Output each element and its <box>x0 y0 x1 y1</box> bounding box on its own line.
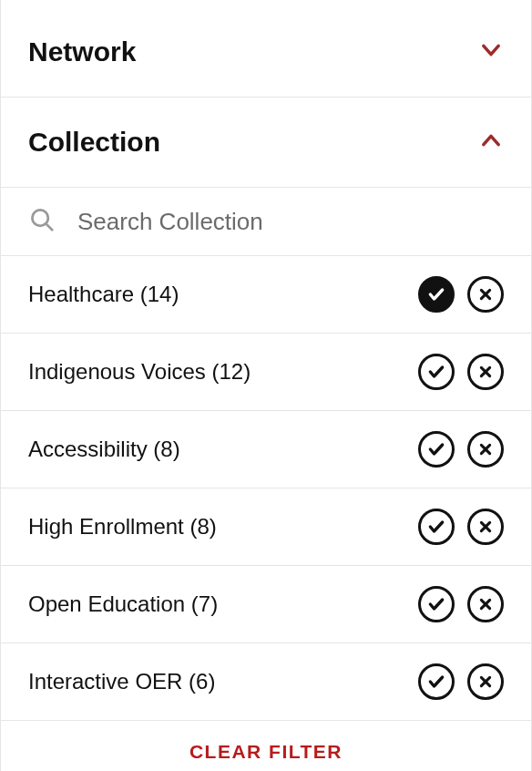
filter-panel: Network Collection Healthcare (14)Indige… <box>0 0 532 771</box>
exclude-button[interactable] <box>467 586 504 622</box>
filter-actions <box>418 431 504 468</box>
exclude-button[interactable] <box>467 663 504 700</box>
search-input[interactable] <box>77 208 504 236</box>
filter-label: Open Education (7) <box>28 591 218 617</box>
section-header-network[interactable]: Network <box>1 7 531 98</box>
svg-line-1 <box>46 223 52 230</box>
filter-row: Indigenous Voices (12) <box>1 334 531 411</box>
include-button[interactable] <box>418 509 455 545</box>
include-button[interactable] <box>418 663 455 700</box>
check-icon <box>427 440 445 458</box>
filter-actions <box>418 509 504 545</box>
check-icon <box>427 363 445 381</box>
close-icon <box>478 597 493 612</box>
include-button[interactable] <box>418 586 455 622</box>
close-icon <box>478 674 493 689</box>
filter-actions <box>418 354 504 390</box>
filter-row: Healthcare (14) <box>1 256 531 334</box>
close-icon <box>478 519 493 534</box>
filter-actions <box>418 586 504 622</box>
search-row <box>1 188 531 256</box>
check-icon <box>427 285 445 303</box>
include-button[interactable] <box>418 431 455 468</box>
check-icon <box>427 595 445 613</box>
exclude-button[interactable] <box>467 354 504 390</box>
chevron-up-icon <box>478 128 504 157</box>
close-icon <box>478 365 493 379</box>
filter-row: Interactive OER (6) <box>1 643 531 721</box>
filter-label: Interactive OER (6) <box>28 669 215 694</box>
close-icon <box>478 287 493 302</box>
section-header-collection[interactable]: Collection <box>1 98 531 188</box>
include-button[interactable] <box>418 276 455 313</box>
filter-items-container: Healthcare (14)Indigenous Voices (12)Acc… <box>1 256 531 721</box>
clear-filter-row: CLEAR FILTER <box>1 721 531 771</box>
filter-label: High Enrollment (8) <box>28 514 217 540</box>
filter-row: Open Education (7) <box>1 566 531 643</box>
chevron-down-icon <box>478 37 504 67</box>
close-icon <box>478 442 493 457</box>
include-button[interactable] <box>418 354 455 390</box>
filter-label: Healthcare (14) <box>28 282 179 307</box>
filter-actions <box>418 276 504 313</box>
section-title-collection: Collection <box>28 127 160 158</box>
filter-label: Accessibility (8) <box>28 437 180 462</box>
filter-label: Indigenous Voices (12) <box>28 359 251 385</box>
filter-row: High Enrollment (8) <box>1 488 531 566</box>
search-icon <box>28 206 56 237</box>
check-icon <box>427 518 445 536</box>
filter-row: Accessibility (8) <box>1 411 531 488</box>
section-title-network: Network <box>28 36 136 67</box>
exclude-button[interactable] <box>467 431 504 468</box>
exclude-button[interactable] <box>467 276 504 313</box>
filter-actions <box>418 663 504 700</box>
check-icon <box>427 673 445 691</box>
exclude-button[interactable] <box>467 509 504 545</box>
clear-filter-button[interactable]: CLEAR FILTER <box>189 741 343 763</box>
